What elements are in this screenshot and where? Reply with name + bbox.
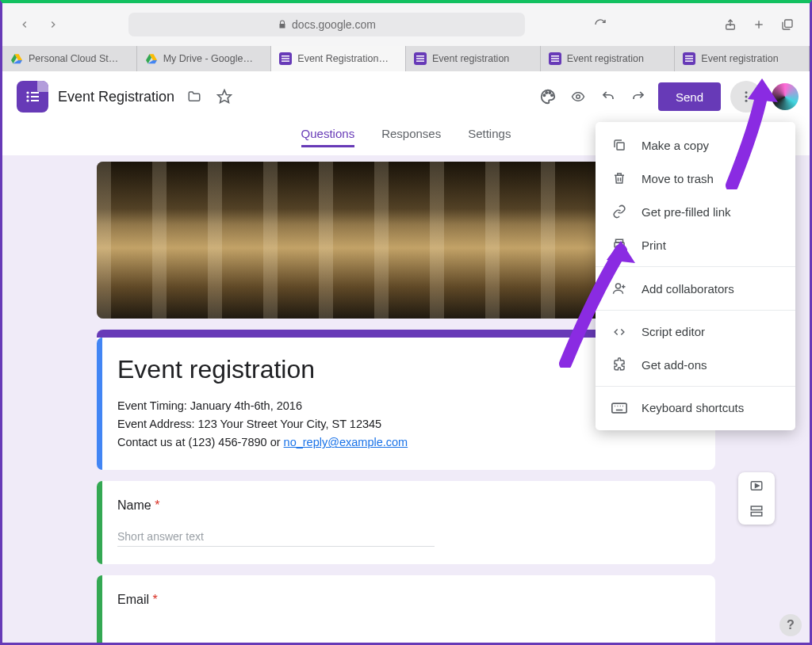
question-card-name[interactable]: Name * Short answer text — [97, 481, 715, 564]
svg-rect-13 — [416, 55, 424, 57]
tab-label: Event registration — [567, 53, 644, 64]
browser-tab[interactable]: Event registration — [541, 46, 676, 71]
add-section-button[interactable] — [748, 504, 765, 518]
menu-keyboard-shortcuts[interactable]: Keyboard shortcuts — [596, 391, 795, 424]
address-host: docs.google.com — [292, 18, 376, 31]
menu-prefilled-link[interactable]: Get pre-filled link — [596, 195, 795, 228]
move-folder-button[interactable] — [184, 86, 205, 107]
svg-point-32 — [551, 94, 553, 96]
forms-icon — [279, 52, 292, 65]
send-button[interactable]: Send — [658, 82, 721, 111]
tab-label: Event registration — [432, 53, 509, 64]
address-bar-wrap: docs.google.com — [71, 13, 583, 36]
preview-button[interactable] — [568, 86, 588, 107]
svg-point-29 — [543, 94, 545, 96]
browser-toolbar: docs.google.com — [2, 3, 810, 46]
svg-rect-20 — [685, 58, 693, 59]
help-button[interactable]: ? — [779, 614, 802, 636]
tab-label: Event Registration… — [297, 53, 389, 64]
contact-email-link[interactable]: no_reply@example.com — [284, 436, 408, 448]
svg-rect-14 — [416, 58, 424, 59]
document-title[interactable]: Event Registration — [58, 89, 174, 105]
svg-marker-28 — [218, 90, 232, 103]
theme-button[interactable] — [538, 86, 558, 107]
svg-point-33 — [576, 95, 580, 99]
tabs-overview-button[interactable] — [776, 13, 799, 36]
forms-icon — [549, 52, 561, 65]
browser-tab[interactable]: Event registration — [675, 46, 810, 71]
app-header: Event Registration Send — [2, 71, 810, 122]
new-tab-button[interactable] — [748, 13, 770, 36]
svg-rect-11 — [282, 58, 289, 59]
annotation-arrow — [550, 241, 637, 368]
svg-rect-39 — [751, 506, 762, 510]
browser-tab-strip: Personal Cloud St… My Drive - Google… Ev… — [2, 46, 810, 71]
svg-point-22 — [26, 91, 29, 94]
tab-settings[interactable]: Settings — [468, 127, 511, 147]
svg-rect-12 — [282, 60, 289, 62]
svg-rect-19 — [685, 55, 693, 57]
tab-label: Event registration — [701, 53, 778, 64]
svg-rect-15 — [416, 60, 424, 62]
undo-button[interactable] — [598, 86, 619, 107]
annotation-arrow — [716, 78, 795, 189]
star-button[interactable] — [214, 86, 235, 107]
forms-icon — [414, 52, 427, 65]
question-card-email[interactable]: Email * — [97, 575, 715, 644]
add-video-button[interactable] — [748, 479, 765, 493]
tab-label: My Drive - Google… — [163, 53, 253, 64]
svg-rect-18 — [551, 60, 559, 62]
link-icon — [611, 204, 627, 219]
drive-icon — [145, 53, 158, 64]
question-label: Name * — [117, 498, 695, 513]
redo-button[interactable] — [628, 86, 649, 107]
svg-point-30 — [546, 92, 547, 94]
share-button[interactable] — [719, 13, 741, 36]
svg-marker-55 — [748, 78, 778, 102]
address-bar[interactable]: docs.google.com — [128, 13, 525, 36]
reload-button[interactable] — [589, 13, 611, 36]
svg-rect-41 — [617, 143, 624, 150]
floating-question-toolbar — [738, 472, 775, 525]
svg-rect-48 — [612, 403, 626, 413]
browser-tab[interactable]: Event registration — [406, 46, 541, 71]
svg-rect-40 — [751, 513, 762, 517]
svg-rect-10 — [282, 55, 289, 57]
svg-rect-17 — [551, 58, 559, 59]
trash-icon — [611, 171, 627, 185]
tab-responses[interactable]: Responses — [381, 127, 441, 147]
svg-point-24 — [26, 95, 29, 97]
question-label: Email * — [117, 593, 695, 607]
browser-tab-active[interactable]: Event Registration… — [271, 46, 406, 71]
svg-rect-23 — [31, 92, 39, 94]
tab-label: Personal Cloud St… — [29, 53, 118, 64]
svg-point-26 — [26, 99, 29, 101]
browser-tab[interactable]: Personal Cloud St… — [2, 46, 137, 71]
copy-icon — [611, 138, 627, 152]
forms-icon — [683, 52, 695, 65]
back-button[interactable] — [13, 13, 36, 36]
keyboard-icon — [611, 403, 627, 414]
svg-rect-25 — [31, 96, 39, 97]
drive-icon — [10, 53, 23, 64]
svg-rect-27 — [31, 100, 39, 101]
browser-tab[interactable]: My Drive - Google… — [137, 46, 272, 71]
svg-marker-54 — [607, 241, 635, 263]
tab-questions[interactable]: Questions — [301, 127, 355, 147]
svg-rect-3 — [785, 20, 792, 27]
forms-logo[interactable] — [17, 81, 48, 113]
short-answer-placeholder: Short answer text — [117, 530, 435, 547]
lock-icon — [278, 20, 287, 29]
svg-rect-21 — [685, 60, 693, 62]
svg-rect-16 — [551, 55, 559, 57]
svg-point-31 — [549, 92, 550, 94]
svg-marker-38 — [756, 484, 760, 488]
form-desc-line: Contact us at (123) 456-7890 or no_reply… — [117, 433, 695, 452]
forward-button[interactable] — [42, 13, 64, 36]
